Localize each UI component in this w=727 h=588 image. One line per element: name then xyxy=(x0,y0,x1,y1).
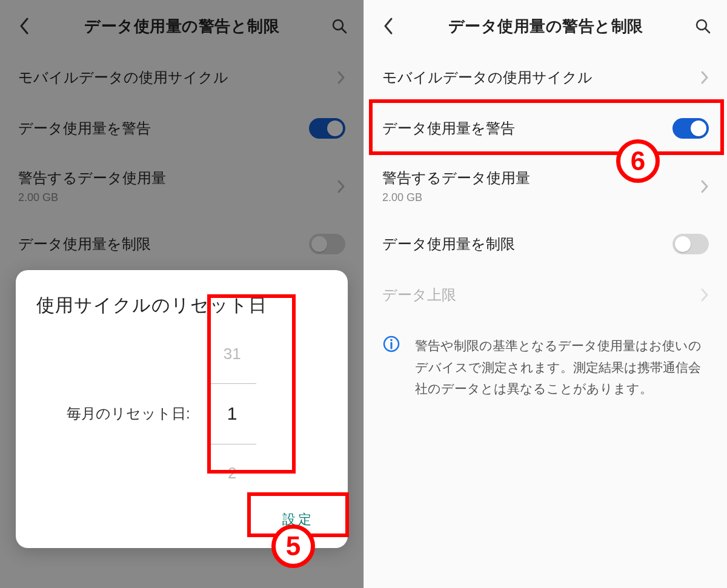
picker-selected: 1 xyxy=(227,403,237,424)
info-note: 警告や制限の基準となるデータ使用量はお使いのデバイスで測定されます。測定結果は携… xyxy=(364,320,727,414)
picker-prev: 31 xyxy=(224,345,241,363)
chevron-right-icon xyxy=(700,70,709,85)
row-label: データ上限 xyxy=(382,285,700,305)
screenshot-right: データ使用量の警告と制限 モバイルデータの使用サイクル データ使用量を警告 警告… xyxy=(364,0,727,588)
row-label: データ使用量を制限 xyxy=(382,234,672,254)
toggle-data-limit[interactable] xyxy=(672,234,709,254)
chevron-right-icon xyxy=(700,288,709,302)
row-sublabel: 2.00 GB xyxy=(382,191,700,204)
row-usage-cycle[interactable]: モバイルデータの使用サイクル xyxy=(364,52,727,103)
reset-day-dialog: 使用サイクルのリセット日 毎月のリセット日: 31 1 2 設定 xyxy=(16,270,348,548)
row-label: データ使用量を警告 xyxy=(382,119,672,138)
day-picker[interactable]: 31 1 2 xyxy=(198,341,267,486)
picker-rule xyxy=(208,444,256,444)
row-label: 警告するデータ使用量 xyxy=(382,168,700,188)
header: データ使用量の警告と制限 xyxy=(364,0,727,52)
chevron-left-icon xyxy=(383,17,394,35)
search-button[interactable] xyxy=(691,14,715,38)
svg-point-6 xyxy=(390,339,393,342)
toggle-data-warning[interactable] xyxy=(672,118,709,139)
screenshot-left: データ使用量の警告と制限 モバイルデータの使用サイクル データ使用量を警告 警告… xyxy=(0,0,364,588)
dialog-title: 使用サイクルのリセット日 xyxy=(34,293,330,318)
dialog-confirm-button[interactable]: 設定 xyxy=(269,504,327,535)
info-text: 警告や制限の基準となるデータ使用量はお使いのデバイスで測定されます。測定結果は携… xyxy=(415,335,709,400)
picker-rule xyxy=(208,383,256,384)
picker-next: 2 xyxy=(228,464,236,483)
row-data-warning[interactable]: データ使用量を警告 xyxy=(364,103,727,154)
info-icon xyxy=(382,335,400,353)
row-data-cap: データ上限 xyxy=(364,269,727,320)
toggle-knob xyxy=(675,236,691,252)
svg-line-3 xyxy=(705,28,709,33)
row-data-limit[interactable]: データ使用量を制限 xyxy=(364,219,727,269)
chevron-right-icon xyxy=(700,179,709,194)
search-icon xyxy=(694,18,711,35)
row-warning-amount[interactable]: 警告するデータ使用量 2.00 GB xyxy=(364,154,727,219)
page-title: データ使用量の警告と制限 xyxy=(407,16,685,37)
row-label: モバイルデータの使用サイクル xyxy=(382,68,700,87)
dialog-field-label: 毎月のリセット日: xyxy=(67,404,190,423)
toggle-knob xyxy=(691,121,706,136)
back-button[interactable] xyxy=(376,14,400,38)
